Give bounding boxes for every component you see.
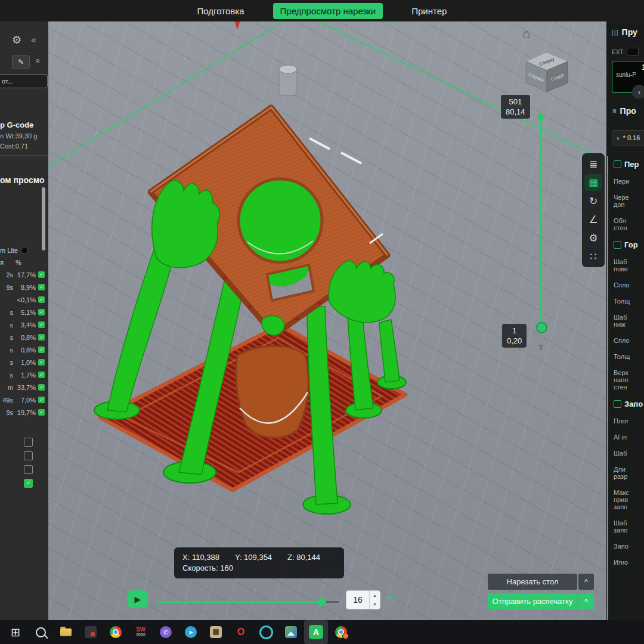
settings-icon[interactable]: ⚙ xyxy=(584,230,602,246)
legend-visibility-checkbox[interactable]: ✓ xyxy=(38,321,45,328)
legend-visibility-checkbox[interactable]: ✓ xyxy=(38,409,45,416)
legend-visibility-checkbox[interactable]: ✓ xyxy=(38,296,45,303)
expand-button[interactable]: › xyxy=(632,85,644,99)
home-view-icon[interactable]: ⌂ xyxy=(522,26,530,42)
layers-icon[interactable]: ≡ xyxy=(389,592,397,607)
layer-slider-top-label: 501 80,14 xyxy=(501,95,530,119)
option-checkbox[interactable] xyxy=(24,465,33,474)
photos-icon xyxy=(285,626,297,638)
param-item[interactable]: Толщ xyxy=(614,298,644,305)
solidworks-icon: SW xyxy=(136,627,145,633)
extruder-color-swatch[interactable] xyxy=(627,48,639,56)
legend-visibility-checkbox[interactable]: ✓ xyxy=(38,384,45,391)
param-item[interactable]: Макспривзапо xyxy=(614,489,644,510)
legend-visibility-checkbox[interactable]: ✓ xyxy=(38,271,45,278)
taskbar-file-explorer-icon[interactable] xyxy=(54,620,78,644)
taskbar-app-icon-ring[interactable] xyxy=(254,620,278,644)
filament-row[interactable]: m Lite xyxy=(0,247,48,254)
move-value[interactable]: 16 xyxy=(346,595,369,605)
legend-visibility-checkbox[interactable]: ✓ xyxy=(38,397,45,403)
layer-slider-handle-bottom[interactable] xyxy=(536,322,547,333)
play-button[interactable]: ▶ xyxy=(128,590,148,608)
param-item[interactable]: Чередоп xyxy=(614,194,644,208)
param-section[interactable]: Гор xyxy=(614,240,644,249)
nav-cube[interactable]: Сверху Справа Сзади xyxy=(526,52,568,92)
coord-speed: Скорость: 160 xyxy=(182,563,336,574)
taskbar-chrome-icon[interactable] xyxy=(104,620,128,644)
rotate-view-icon[interactable]: ↻ xyxy=(584,193,602,209)
progress-track[interactable] xyxy=(156,601,330,603)
param-section[interactable]: Пер xyxy=(614,160,644,169)
option-checkbox[interactable]: ✓ xyxy=(24,479,33,488)
tab-prepare[interactable]: Подготовка xyxy=(190,3,252,19)
legend-visibility-checkbox[interactable]: ✓ xyxy=(38,309,45,315)
legend-visibility-checkbox[interactable]: ✓ xyxy=(38,371,45,378)
filament-color-dot xyxy=(21,247,28,254)
taskbar-app-icon-beige[interactable] xyxy=(204,620,228,644)
option-checkbox[interactable] xyxy=(24,451,33,460)
start-button: ⊞ xyxy=(11,626,20,639)
layer-slider-track[interactable] xyxy=(540,116,541,327)
param-item[interactable]: Шабниж xyxy=(614,314,644,328)
taskbar-search-icon[interactable] xyxy=(29,620,52,644)
legend-visibility-checkbox[interactable]: ✓ xyxy=(38,346,45,353)
option-checkbox[interactable] xyxy=(24,438,33,447)
taskbar-telegram-icon[interactable]: ➤ xyxy=(179,620,203,644)
param-item[interactable]: Толщ xyxy=(614,353,644,360)
slice-options-chevron[interactable]: ^ xyxy=(578,574,594,590)
edit-icon[interactable]: ✎ xyxy=(12,55,30,69)
taskbar-chrome-profile-icon[interactable] xyxy=(329,620,353,644)
print-options-chevron[interactable]: ^ xyxy=(578,593,594,609)
param-item[interactable]: Запо xyxy=(614,543,644,550)
taskbar-viber-icon[interactable]: ✆ xyxy=(154,620,178,644)
stepper-up-icon[interactable]: ▴ xyxy=(370,591,380,600)
move-stepper[interactable]: 16 ▴ ▾ xyxy=(346,590,380,609)
legend-row: 9s8,9%✓ xyxy=(0,281,48,293)
param-item[interactable]: AI in xyxy=(614,434,644,441)
param-item[interactable]: Длиразр xyxy=(614,466,644,480)
slice-plate-button[interactable]: Нарезать стол xyxy=(488,574,577,590)
param-section[interactable]: Запо xyxy=(614,400,644,408)
param-item[interactable]: Шаб xyxy=(614,450,644,457)
param-item[interactable]: Плот xyxy=(614,417,644,425)
purge-tower[interactable] xyxy=(279,65,297,95)
layer-slider-handle-top[interactable] xyxy=(537,114,544,120)
taskbar-app-icon-dark[interactable] xyxy=(79,620,103,644)
taskbar-start-button[interactable]: ⊞ xyxy=(4,620,27,644)
param-item[interactable]: Обнстен xyxy=(614,217,644,231)
legend-row: <0,1%✓ xyxy=(0,293,48,306)
tab-printer[interactable]: Принтер xyxy=(404,3,454,19)
coordinates-tooltip: X: 110,388Y: 109,354Z: 80,144 Скорость: … xyxy=(174,547,344,578)
grid-view-icon[interactable]: ▦ xyxy=(584,174,602,191)
taskbar-slicer-app-icon[interactable]: A xyxy=(304,620,328,644)
send-print-button[interactable]: Отправить распечатку xyxy=(488,593,577,609)
playback-bar: ▶ 16 ▴ ▾ ≡ xyxy=(128,589,408,611)
legend-row: s0,8%✓ xyxy=(0,331,48,343)
param-item[interactable]: Шабпове xyxy=(614,258,644,273)
taskbar-photos-icon[interactable] xyxy=(279,620,303,644)
objects-list-icon[interactable]: ≣ xyxy=(584,156,602,172)
view-mode-title: ом просмо xyxy=(0,175,48,185)
apps-icon[interactable]: ∷ xyxy=(584,248,602,265)
progress-handle[interactable] xyxy=(317,597,326,606)
param-item[interactable]: Игно xyxy=(614,559,644,566)
param-item[interactable]: Спло xyxy=(614,281,644,289)
param-item[interactable]: Спло xyxy=(614,337,644,344)
stepper-down-icon[interactable]: ▾ xyxy=(370,600,380,609)
axis-cone-green xyxy=(391,21,398,25)
tab-preview[interactable]: Предпросмотр нарезки xyxy=(273,3,383,19)
measure-icon[interactable]: ∠ xyxy=(584,211,602,228)
panel-scrollbar[interactable] xyxy=(42,187,45,250)
param-item[interactable]: Пери xyxy=(614,178,644,185)
taskbar-solidworks-icon[interactable]: SW2020 xyxy=(129,620,153,644)
param-item[interactable]: Шабзапо xyxy=(614,519,644,534)
taskbar-opera-icon[interactable]: O xyxy=(229,620,253,644)
param-item[interactable]: Верхнапостен xyxy=(614,369,644,391)
collapse-panel-icon[interactable]: « xyxy=(31,35,36,45)
process-profile-dropdown[interactable]: ∨* 0.16 xyxy=(612,130,644,145)
legend-visibility-checkbox[interactable]: ✓ xyxy=(38,284,45,290)
filter-input[interactable]: от... xyxy=(0,74,48,88)
gear-icon[interactable]: ⚙ xyxy=(12,33,21,47)
legend-visibility-checkbox[interactable]: ✓ xyxy=(38,359,45,366)
legend-visibility-checkbox[interactable]: ✓ xyxy=(38,334,45,340)
